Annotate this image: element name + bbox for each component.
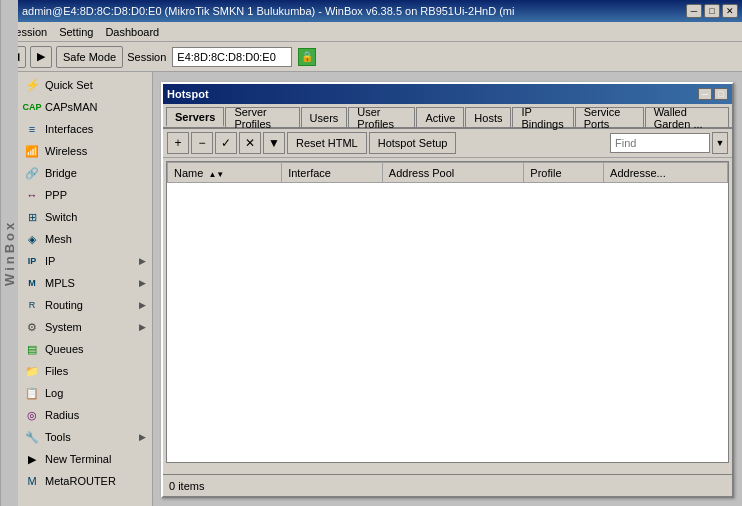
sidebar-item-log[interactable]: 📋 Log [18,382,152,404]
sidebar-item-mpls[interactable]: M MPLS ▶ [18,272,152,294]
tab-active[interactable]: Active [416,107,464,127]
hotspot-titlebar: Hotspot ─ □ [163,84,732,104]
ip-arrow-icon: ▶ [139,256,146,266]
sidebar-item-quick-set[interactable]: ⚡ Quick Set [18,74,152,96]
forward-button[interactable]: ▶ [30,46,52,68]
sidebar-item-routing[interactable]: R Routing ▶ [18,294,152,316]
interfaces-icon: ≡ [24,121,40,137]
add-button[interactable]: + [167,132,189,154]
sidebar-label-interfaces: Interfaces [45,123,146,135]
servers-table: Name ▲▼ Interface Address Pool Profile A… [167,162,728,183]
find-input[interactable] [610,133,710,153]
col-profile: Profile [524,163,604,183]
close-button[interactable]: ✕ [722,4,738,18]
tab-hosts[interactable]: Hosts [465,107,511,127]
wireless-icon: 📶 [24,143,40,159]
menu-dashboard[interactable]: Dashboard [99,24,165,40]
forward-icon: ▶ [37,50,45,63]
terminal-icon: ▶ [24,451,40,467]
window-title: admin@E4:8D:8C:D8:D0:E0 (MikroTik SMKN 1… [22,5,514,17]
col-interface: Interface [282,163,383,183]
log-icon: 📋 [24,385,40,401]
sidebar-label-files: Files [45,365,146,377]
hotspot-window: Hotspot ─ □ Servers Server Profiles User… [161,82,734,498]
sidebar-item-ppp[interactable]: ↔ PPP [18,184,152,206]
tab-walled-garden[interactable]: Walled Garden ... [645,107,729,127]
system-icon: ⚙ [24,319,40,335]
sidebar-item-switch[interactable]: ⊞ Switch [18,206,152,228]
reset-html-button[interactable]: Reset HTML [287,132,367,154]
switch-icon: ⊞ [24,209,40,225]
hotspot-window-controls: ─ □ [698,88,728,100]
routing-icon: R [24,297,40,313]
routing-arrow-icon: ▶ [139,300,146,310]
queues-icon: ▤ [24,341,40,357]
sidebar-item-queues[interactable]: ▤ Queues [18,338,152,360]
sidebar-label-mpls: MPLS [45,277,134,289]
tab-users[interactable]: Users [301,107,348,127]
mpls-arrow-icon: ▶ [139,278,146,288]
sidebar-item-new-terminal[interactable]: ▶ New Terminal [18,448,152,470]
sidebar-label-bridge: Bridge [45,167,146,179]
maximize-button[interactable]: □ [704,4,720,18]
sidebar-label-queues: Queues [45,343,146,355]
sidebar-label-new-terminal: New Terminal [45,453,146,465]
menu-bar: Session Setting Dashboard [0,22,742,42]
sidebar: ⚡ Quick Set CAP CAPsMAN ≡ Interfaces 📶 W… [18,72,153,506]
table-container: Name ▲▼ Interface Address Pool Profile A… [166,161,729,463]
sidebar-item-metarouter[interactable]: M MetaROUTER [18,470,152,492]
title-bar: 🖥 admin@E4:8D:8C:D8:D0:E0 (MikroTik SMKN… [0,0,742,22]
sidebar-label-switch: Switch [45,211,146,223]
sidebar-label-tools: Tools [45,431,134,443]
tabs-bar: Servers Server Profiles Users User Profi… [163,104,732,129]
hotspot-maximize-button[interactable]: □ [714,88,728,100]
hotspot-minimize-button[interactable]: ─ [698,88,712,100]
tab-service-ports[interactable]: Service Ports [575,107,644,127]
filter-button[interactable]: ▼ [263,132,285,154]
sidebar-label-ip: IP [45,255,134,267]
check-button[interactable]: ✓ [215,132,237,154]
col-name: Name ▲▼ [168,163,282,183]
sidebar-item-system[interactable]: ⚙ System ▶ [18,316,152,338]
sidebar-item-interfaces[interactable]: ≡ Interfaces [18,118,152,140]
sidebar-item-bridge[interactable]: 🔗 Bridge [18,162,152,184]
hotspot-title: Hotspot [167,88,209,100]
inner-toolbar: + − ✓ ✕ ▼ Reset HTML Hotspot Setup ▼ [163,129,732,158]
col-addresses: Addresse... [604,163,728,183]
menu-setting[interactable]: Setting [53,24,99,40]
tab-ip-bindings[interactable]: IP Bindings [512,107,573,127]
status-bar: 0 items [163,474,732,496]
sidebar-label-metarouter: MetaROUTER [45,475,146,487]
sidebar-label-capsman: CAPsMAN [45,101,146,113]
sidebar-label-ppp: PPP [45,189,146,201]
safe-mode-button[interactable]: Safe Mode [56,46,123,68]
radius-icon: ◎ [24,407,40,423]
session-label: Session [127,51,166,63]
sidebar-item-radius[interactable]: ◎ Radius [18,404,152,426]
winbox-label: WinBox [0,0,18,506]
col-address-pool: Address Pool [382,163,524,183]
tab-servers[interactable]: Servers [166,107,224,127]
tab-server-profiles[interactable]: Server Profiles [225,107,299,127]
mesh-icon: ◈ [24,231,40,247]
dropdown-button[interactable]: ▼ [712,132,728,154]
sidebar-item-mesh[interactable]: ◈ Mesh [18,228,152,250]
main-area: WinBox ⚡ Quick Set CAP CAPsMAN ≡ Interfa… [0,72,742,506]
main-toolbar: ◀ ▶ Safe Mode Session E4:8D:8C:D8:D0:E0 … [0,42,742,72]
minimize-button[interactable]: ─ [686,4,702,18]
sidebar-item-capsman[interactable]: CAP CAPsMAN [18,96,152,118]
sidebar-label-log: Log [45,387,146,399]
mpls-icon: M [24,275,40,291]
metarouter-icon: M [24,473,40,489]
tab-user-profiles[interactable]: User Profiles [348,107,415,127]
sidebar-label-system: System [45,321,134,333]
name-sort-icon: ▲▼ [208,170,224,179]
bridge-icon: 🔗 [24,165,40,181]
cross-button[interactable]: ✕ [239,132,261,154]
sidebar-item-tools[interactable]: 🔧 Tools ▶ [18,426,152,448]
sidebar-item-ip[interactable]: IP IP ▶ [18,250,152,272]
remove-button[interactable]: − [191,132,213,154]
sidebar-item-files[interactable]: 📁 Files [18,360,152,382]
hotspot-setup-button[interactable]: Hotspot Setup [369,132,457,154]
sidebar-item-wireless[interactable]: 📶 Wireless [18,140,152,162]
